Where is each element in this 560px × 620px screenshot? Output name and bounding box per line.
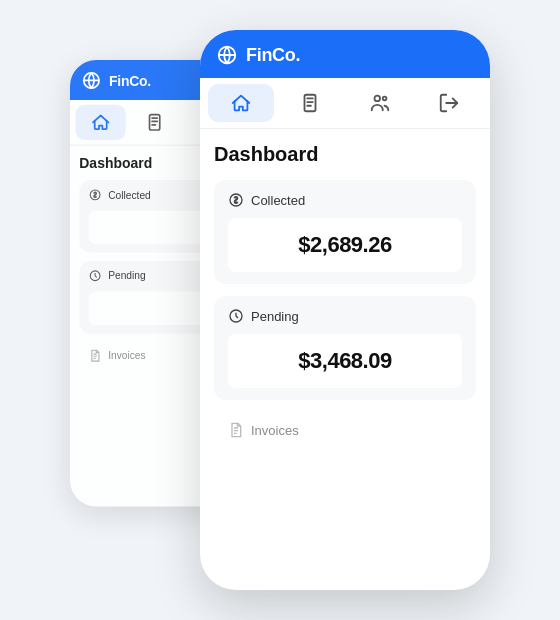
- front-documents-icon: [299, 92, 321, 114]
- front-nav-docs[interactable]: [278, 84, 344, 122]
- front-app-name: FinCo.: [246, 45, 300, 66]
- front-pending-card: Pending $3,468.09: [214, 296, 476, 400]
- front-page-title: Dashboard: [214, 143, 476, 166]
- front-nav-bar: [200, 78, 490, 129]
- front-home-icon: [230, 92, 252, 114]
- front-users-icon: [369, 92, 391, 114]
- svg-point-9: [374, 96, 380, 102]
- front-nav-logout[interactable]: [417, 84, 483, 122]
- front-dollar-circle-icon: [228, 192, 244, 208]
- back-collected-label: Collected: [108, 189, 151, 200]
- back-nav-docs[interactable]: [130, 105, 180, 140]
- front-nav-home[interactable]: [208, 84, 274, 122]
- pending-label-row: Pending: [228, 308, 462, 324]
- front-pending-value-box: $3,468.09: [228, 334, 462, 388]
- invoices-icon: [89, 349, 102, 362]
- front-globe-icon: [216, 44, 238, 66]
- home-icon: [90, 112, 110, 132]
- clock-icon: [89, 269, 102, 282]
- front-pending-label: Pending: [251, 309, 299, 324]
- front-collected-label: Collected: [251, 193, 305, 208]
- phones-scene: FinCo.: [70, 30, 490, 590]
- front-phone-content: Dashboard Collected $2,689.26: [200, 129, 490, 462]
- svg-point-10: [383, 97, 387, 101]
- back-pending-label: Pending: [108, 270, 146, 281]
- front-collected-value: $2,689.26: [298, 232, 391, 257]
- dollar-circle-icon: [89, 188, 102, 201]
- front-collected-card: Collected $2,689.26: [214, 180, 476, 284]
- back-nav-home[interactable]: [76, 105, 126, 140]
- front-collected-value-box: $2,689.26: [228, 218, 462, 272]
- front-invoices-icon: [228, 422, 244, 438]
- front-invoices-label: Invoices: [251, 423, 299, 438]
- front-nav-users[interactable]: [347, 84, 413, 122]
- back-app-name: FinCo.: [109, 73, 151, 89]
- front-clock-icon: [228, 308, 244, 324]
- globe-icon: [81, 70, 101, 90]
- front-invoices-nav[interactable]: Invoices: [214, 412, 476, 448]
- front-phone-header: FinCo.: [200, 30, 490, 78]
- phone-front: FinCo.: [200, 30, 490, 590]
- front-pending-value: $3,468.09: [298, 348, 391, 373]
- back-invoices-label: Invoices: [108, 350, 146, 361]
- collected-label-row: Collected: [228, 192, 462, 208]
- front-logout-icon: [438, 92, 460, 114]
- documents-icon: [144, 112, 164, 132]
